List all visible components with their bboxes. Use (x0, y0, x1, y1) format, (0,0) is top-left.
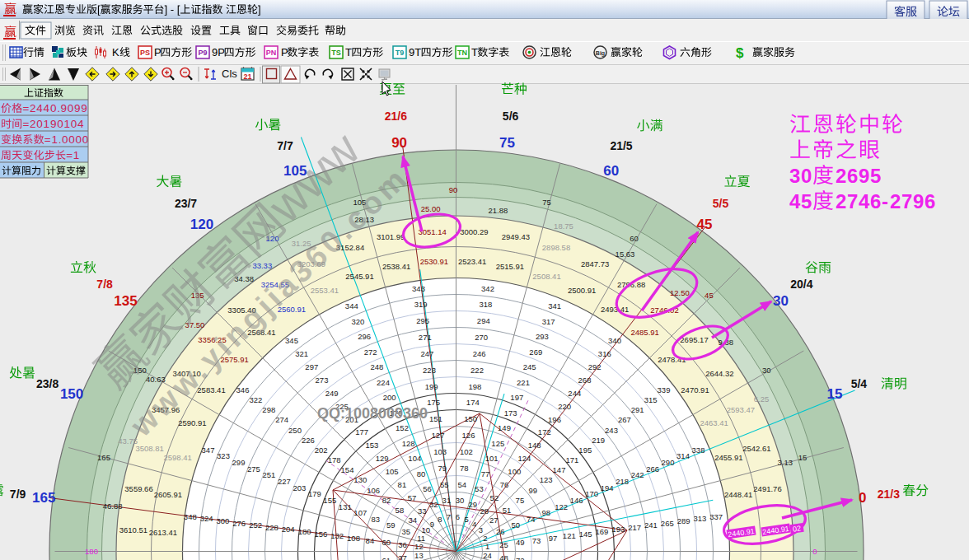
svg-text:-: - (882, 190, 888, 212)
svg-text:6: 6 (847, 165, 858, 187)
svg-text:124: 124 (517, 454, 531, 463)
svg-text:1: 1 (64, 118, 71, 130)
svg-text:59: 59 (386, 520, 396, 530)
svg-text:245: 245 (523, 362, 536, 371)
svg-text:2695.17: 2695.17 (680, 335, 708, 344)
svg-text:45: 45 (705, 291, 714, 300)
svg-text:74: 74 (527, 515, 536, 524)
svg-text:=: = (66, 149, 73, 161)
svg-text:1: 1 (44, 118, 50, 130)
svg-text:125: 125 (491, 439, 504, 448)
svg-text:75: 75 (516, 496, 525, 505)
svg-text:293: 293 (536, 332, 549, 341)
svg-text:P: P (154, 46, 162, 58)
svg-text:270: 270 (475, 333, 488, 342)
svg-text:0: 0 (812, 547, 817, 556)
svg-text:53: 53 (475, 484, 484, 493)
svg-text:3610.51: 3610.51 (119, 525, 147, 534)
svg-text:122: 122 (555, 502, 568, 511)
svg-text:2590.91: 2590.91 (178, 418, 206, 427)
svg-text:37: 37 (398, 553, 407, 560)
svg-text:55: 55 (440, 480, 449, 489)
svg-text:322: 322 (249, 395, 262, 404)
svg-text:165: 165 (97, 453, 110, 462)
svg-text:9: 9 (50, 118, 57, 130)
svg-text:24: 24 (483, 551, 492, 560)
svg-text:21/6: 21/6 (385, 110, 407, 123)
svg-text:243: 243 (605, 426, 618, 435)
svg-text:7: 7 (447, 512, 451, 521)
svg-text:23/8: 23/8 (36, 377, 59, 390)
svg-text:T: T (471, 46, 478, 58)
svg-text:23/7: 23/7 (175, 197, 197, 210)
svg-text:342: 342 (481, 284, 494, 293)
svg-text:34: 34 (409, 516, 418, 525)
svg-text:242: 242 (631, 470, 644, 479)
svg-text:99: 99 (529, 486, 538, 495)
svg-text:21/3: 21/3 (878, 488, 900, 501)
svg-text:P: P (281, 46, 288, 58)
svg-text:84: 84 (366, 536, 375, 545)
svg-text:7/9: 7/9 (10, 488, 26, 501)
svg-text:129: 129 (376, 454, 389, 463)
svg-text:.: . (59, 133, 62, 146)
svg-text:0: 0 (859, 490, 866, 506)
svg-text:2538.41: 2538.41 (382, 262, 410, 271)
svg-text:241: 241 (644, 520, 658, 530)
svg-text:0: 0 (71, 118, 77, 130)
svg-text:18.75: 18.75 (554, 222, 573, 231)
svg-text:221: 221 (517, 378, 530, 387)
svg-text:1: 1 (51, 133, 58, 146)
svg-text:2455.91: 2455.91 (714, 453, 742, 462)
svg-text:172: 172 (538, 427, 551, 436)
svg-text:T: T (345, 46, 352, 58)
svg-text:33: 33 (418, 506, 427, 516)
svg-text:169: 169 (595, 527, 608, 536)
svg-text:102: 102 (460, 447, 473, 456)
svg-text:29: 29 (468, 500, 477, 509)
svg-text:155: 155 (323, 496, 336, 505)
svg-text:338: 338 (692, 446, 705, 455)
svg-text:31: 31 (442, 496, 452, 505)
svg-text:49: 49 (516, 538, 525, 547)
svg-text:290: 290 (662, 458, 675, 467)
svg-text:271: 271 (419, 333, 432, 342)
svg-text:130: 130 (353, 475, 367, 484)
svg-text:15: 15 (826, 386, 842, 402)
svg-text:0: 0 (76, 133, 82, 146)
svg-text:219: 219 (592, 436, 605, 445)
svg-text:5/4: 5/4 (851, 377, 868, 390)
svg-text:PS: PS (140, 49, 150, 57)
svg-text:180: 180 (298, 527, 311, 536)
svg-text:105: 105 (386, 467, 399, 476)
svg-text:83: 83 (372, 515, 381, 524)
svg-text:131: 131 (339, 502, 352, 511)
svg-text:46.88: 46.88 (103, 502, 123, 511)
svg-text:=: = (22, 118, 29, 130)
svg-text:193: 193 (611, 525, 625, 534)
svg-text:43.75: 43.75 (118, 436, 138, 446)
svg-text:48: 48 (499, 553, 508, 560)
svg-text:146: 146 (570, 496, 583, 505)
svg-text:26: 26 (496, 527, 505, 536)
svg-text:251: 251 (262, 470, 275, 479)
svg-text:T9: T9 (396, 49, 405, 57)
svg-text:15.63: 15.63 (616, 250, 635, 259)
svg-text:292: 292 (588, 362, 602, 371)
svg-text:3101.99: 3101.99 (377, 232, 405, 241)
svg-text:223: 223 (423, 366, 436, 375)
svg-text:2500.91: 2500.91 (568, 286, 596, 295)
svg-text:60: 60 (382, 538, 391, 547)
svg-text:0: 0 (57, 118, 63, 130)
svg-text:9: 9 (60, 102, 67, 114)
svg-text:12: 12 (414, 542, 424, 551)
svg-text:28: 28 (480, 506, 489, 516)
svg-text:Cls: Cls (222, 68, 237, 80)
svg-text:2: 2 (483, 534, 487, 543)
svg-text:324: 324 (200, 514, 213, 523)
svg-text:196: 196 (548, 415, 561, 424)
svg-text:128: 128 (402, 439, 415, 448)
svg-text:197: 197 (510, 393, 523, 402)
svg-text:150: 150 (464, 414, 477, 423)
svg-text:0: 0 (50, 102, 57, 114)
